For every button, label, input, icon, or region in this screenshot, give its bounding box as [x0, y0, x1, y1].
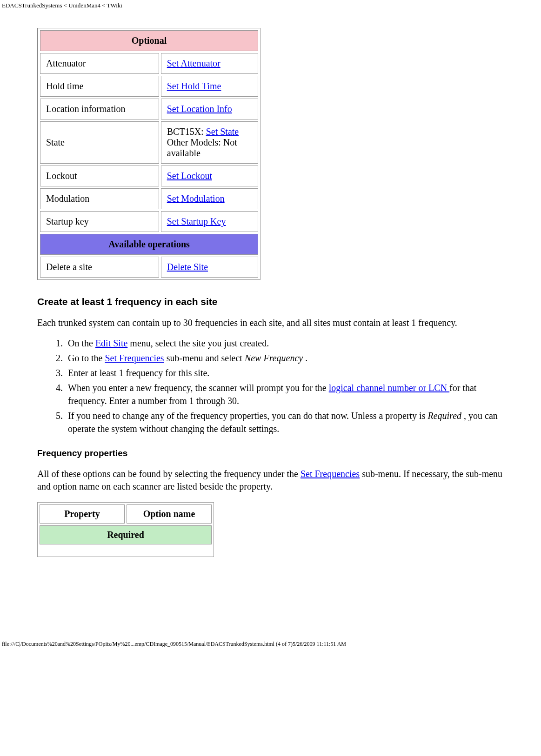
table-row: Delete a site Delete Site: [40, 257, 258, 278]
footer-path: file:///C|/Documents%20and%20Settings/PO…: [2, 641, 541, 648]
table-header-row: Available operations: [40, 234, 258, 255]
edit-site-link[interactable]: Edit Site: [95, 338, 127, 348]
text: Go to the: [68, 353, 105, 363]
property-cell: Delete a site: [40, 257, 159, 278]
set-lockout-link[interactable]: Set Lockout: [167, 171, 212, 181]
list-item: When you enter a new frequency, the scan…: [65, 381, 504, 407]
text: On the: [68, 338, 95, 348]
section-heading-frequency-properties: Frequency properties: [37, 448, 504, 458]
set-location-info-link[interactable]: Set Location Info: [167, 104, 232, 114]
set-frequencies-link[interactable]: Set Frequencies: [105, 353, 164, 363]
text: If you need to change any of the frequen…: [68, 411, 427, 421]
set-state-link[interactable]: Set State: [206, 126, 239, 137]
freq-props-paragraph: All of these options can be found by sel…: [37, 468, 504, 493]
set-modulation-link[interactable]: Set Modulation: [167, 193, 225, 204]
list-item: Enter at least 1 frequency for this site…: [65, 366, 504, 379]
option-cell: Set Location Info: [161, 99, 258, 119]
text: When you enter a new frequency, the scan…: [68, 383, 329, 393]
table-row: Startup key Set Startup Key: [40, 211, 258, 232]
required-header: Required: [40, 525, 212, 544]
property-cell: Hold time: [40, 76, 159, 97]
property-cell: Startup key: [40, 211, 159, 232]
table-header-row: Property Option name: [40, 504, 212, 524]
table-row: Modulation Set Modulation: [40, 188, 258, 209]
new-frequency-em: New Frequency: [245, 353, 303, 363]
table-row: Location information Set Location Info: [40, 99, 258, 119]
optional-properties-table: Optional Attenuator Set Attenuator Hold …: [37, 28, 260, 280]
steps-list: On the Edit Site menu, select the site y…: [37, 337, 504, 435]
table-row: [40, 546, 212, 555]
text: sub-menu and select: [164, 353, 245, 363]
set-hold-time-link[interactable]: Set Hold Time: [167, 81, 221, 91]
table-header-row: Required: [40, 525, 212, 544]
delete-site-link[interactable]: Delete Site: [167, 262, 208, 272]
required-em: Required: [427, 411, 461, 421]
list-item: On the Edit Site menu, select the site y…: [65, 337, 504, 350]
set-attenuator-link[interactable]: Set Attenuator: [167, 58, 220, 68]
option-cell: BCT15X: Set State Other Models: Not avai…: [161, 121, 258, 164]
property-cell: Location information: [40, 99, 159, 119]
option-cell: Set Attenuator: [161, 53, 258, 74]
option-cell: Set Lockout: [161, 166, 258, 186]
property-cell: Attenuator: [40, 53, 159, 74]
text: All of these options can be found by sel…: [37, 469, 301, 479]
main-content: Optional Attenuator Set Attenuator Hold …: [0, 28, 541, 557]
property-header: Property: [40, 504, 125, 524]
list-item: If you need to change any of the frequen…: [65, 409, 504, 435]
property-cell: Modulation: [40, 188, 159, 209]
lcn-link[interactable]: logical channel number or LCN: [329, 383, 449, 393]
optional-header: Optional: [40, 30, 258, 51]
section-heading-create-frequency: Create at least 1 frequency in each site: [37, 296, 504, 307]
option-cell: Delete Site: [161, 257, 258, 278]
table-row: Lockout Set Lockout: [40, 166, 258, 186]
operations-header: Available operations: [40, 234, 258, 255]
set-frequencies-link-2[interactable]: Set Frequencies: [301, 469, 360, 479]
table-row: Hold time Set Hold Time: [40, 76, 258, 97]
option-cell: Set Startup Key: [161, 211, 258, 232]
list-item: Go to the Set Frequencies sub-menu and s…: [65, 351, 504, 365]
state-other-models: Other Models: Not available: [167, 137, 237, 158]
option-cell: Set Hold Time: [161, 76, 258, 97]
property-cell: State: [40, 121, 159, 164]
table-row: State BCT15X: Set State Other Models: No…: [40, 121, 258, 164]
intro-paragraph: Each trunked system can contain up to 30…: [37, 317, 504, 329]
text: .: [303, 353, 307, 363]
frequency-properties-table: Property Option name Required: [37, 502, 214, 557]
table-row: Attenuator Set Attenuator: [40, 53, 258, 74]
text: menu, select the site you just created.: [127, 338, 269, 348]
option-cell: Set Modulation: [161, 188, 258, 209]
option-name-header: Option name: [127, 504, 212, 524]
property-cell: Lockout: [40, 166, 159, 186]
page-header-path: EDACSTrunkedSystems < UnidenMan4 < TWiki: [2, 2, 541, 9]
state-prefix: BCT15X:: [167, 126, 206, 137]
table-header-row: Optional: [40, 30, 258, 51]
set-startup-key-link[interactable]: Set Startup Key: [167, 216, 226, 226]
